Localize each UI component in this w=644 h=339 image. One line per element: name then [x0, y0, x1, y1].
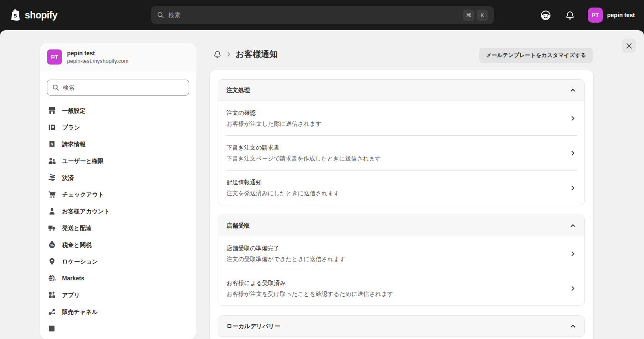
chevron-right-icon	[570, 285, 576, 292]
chevron-up-icon	[570, 223, 576, 229]
store-header[interactable]: PT pepin test pepin-test.myshopify.com	[40, 43, 196, 71]
search-icon	[52, 84, 60, 91]
sidebar-item-users-permissions[interactable]: ユーザーと権限	[44, 153, 192, 169]
sidebar-item-apps[interactable]: アプリ	[44, 287, 192, 303]
sales-channels-icon	[48, 308, 56, 316]
store-name: pepin test	[67, 50, 128, 57]
section-header[interactable]: 店舗受取	[218, 215, 584, 236]
cmd-key: ⌘	[463, 10, 474, 21]
avatar: PT	[588, 8, 603, 23]
shipping-delivery-icon	[48, 224, 56, 232]
topbar-right: PT pepin test	[539, 0, 635, 30]
breadcrumb-chevron-icon	[226, 52, 231, 57]
checkout-icon	[48, 190, 56, 199]
breadcrumb: お客様通知	[213, 49, 278, 60]
store-icon	[48, 106, 56, 115]
chevron-up-icon	[570, 323, 576, 329]
section-items: 注文の確認 お客様が注文した際に送信されます 下書き注文の請求書 下書き注文ペー…	[218, 101, 584, 205]
section-title: 店舗受取	[226, 221, 250, 230]
sidebar-item-checkout[interactable]: チェックアウト	[44, 186, 192, 203]
clipped-partial-icon	[48, 324, 56, 333]
notification-section: ローカルデリバリー	[218, 315, 585, 337]
sidebar-item-plan[interactable]: プラン	[44, 119, 192, 136]
notification-description: 注文の受取準備ができたときに送信されます	[226, 255, 570, 263]
sidekick-icon[interactable]	[539, 8, 553, 22]
shopify-logo[interactable]: S shopify	[11, 0, 57, 30]
svg-text:S: S	[13, 13, 17, 19]
notification-item[interactable]: 下書き注文の請求書 下書き注文ページで請求書を作成したときに送信されます	[218, 136, 584, 170]
notification-description: 注文を発送済みにしたときに送信されます	[226, 189, 570, 197]
notification-description: お客様が注文を受け取ったことを確認するために送信されます	[226, 290, 570, 298]
global-search-input[interactable]	[169, 12, 459, 18]
sidebar-item-clipped-partial[interactable]	[44, 320, 192, 337]
user-name: pepin test	[607, 12, 635, 18]
sidebar-item-locations[interactable]: ロケーション	[44, 253, 192, 270]
user-menu[interactable]: PT pepin test	[588, 8, 635, 23]
notifications-bell-icon[interactable]	[564, 8, 577, 22]
chevron-right-icon	[570, 150, 576, 156]
sidebar-item-customer-accounts[interactable]: お客様アカウント	[44, 203, 192, 220]
sidebar-item-shipping-delivery[interactable]: 発送と配達	[44, 220, 192, 236]
svg-text:$: $	[53, 278, 55, 282]
store-avatar: PT	[47, 49, 62, 65]
shopify-wordmark: shopify	[25, 10, 57, 21]
chevron-right-icon	[570, 185, 576, 191]
sidebar-item-payments[interactable]: 決済	[44, 169, 192, 186]
bell-icon[interactable]	[213, 50, 222, 59]
k-key: K	[477, 10, 488, 21]
sidebar-item-markets[interactable]: $ Markets	[44, 270, 192, 287]
notification-title: お客様による受取済み	[226, 279, 570, 287]
notification-title: 注文の確認	[226, 109, 570, 117]
notification-title: 配送情報通知	[226, 178, 570, 186]
settings-modal: PT pepin test pepin-test.myshopify.com 一…	[0, 30, 644, 339]
chevron-up-icon	[570, 87, 576, 93]
settings-sidebar: PT pepin test pepin-test.myshopify.com 一…	[40, 43, 196, 339]
notifications-card: 注文処理 注文の確認 お客様が注文した際に送信されます 下書き注文の請求書 下書…	[210, 70, 593, 339]
notification-item[interactable]: お客様による受取済み お客様が注文を受け取ったことを確認するために送信されます	[218, 271, 584, 305]
markets-icon: $	[48, 274, 56, 282]
shopify-bag-icon: S	[11, 9, 22, 21]
svg-text:$: $	[51, 142, 53, 146]
sidebar-item-taxes-duties[interactable]: % 税金と関税	[44, 236, 192, 253]
notification-description: 下書き注文ページで請求書を作成したときに送信されます	[226, 154, 570, 163]
keyboard-shortcut: ⌘ K	[463, 10, 488, 21]
notification-title: 店舗受取の準備完了	[226, 244, 570, 252]
notification-title: 下書き注文の請求書	[226, 143, 570, 152]
chevron-right-icon	[570, 251, 576, 257]
billing-icon: $	[48, 140, 56, 148]
taxes-duties-icon: %	[48, 241, 56, 249]
page-title: お客様通知	[236, 49, 278, 60]
section-items: 店舗受取の準備完了 注文の受取準備ができたときに送信されます お客様による受取済…	[218, 236, 584, 305]
locations-icon	[48, 257, 56, 266]
section-title: 注文処理	[226, 86, 250, 94]
sidebar-item-store[interactable]: 一般設定	[44, 102, 192, 119]
section-header[interactable]: 注文処理	[218, 80, 584, 101]
plan-icon	[48, 123, 56, 132]
topbar: S shopify ⌘ K	[0, 0, 644, 30]
customer-accounts-icon	[48, 207, 56, 215]
section-title: ローカルデリバリー	[226, 322, 280, 330]
notification-item[interactable]: 注文の確認 お客様が注文した際に送信されます	[218, 101, 584, 135]
notification-item[interactable]: 配送情報通知 注文を発送済みにしたときに送信されます	[218, 171, 584, 205]
sidebar-item-billing[interactable]: $ 請求情報	[44, 136, 192, 153]
sidebar-item-sales-channels[interactable]: 販売チャネル	[44, 303, 192, 320]
notification-description: お客様が注文した際に送信されます	[226, 119, 570, 128]
svg-text:%: %	[50, 243, 54, 247]
customize-email-templates-button[interactable]: メールテンプレートをカスタマイズする	[479, 48, 593, 63]
section-header[interactable]: ローカルデリバリー	[218, 316, 584, 337]
notification-section: 注文処理 注文の確認 お客様が注文した際に送信されます 下書き注文の請求書 下書…	[218, 79, 585, 205]
close-icon[interactable]	[622, 39, 636, 53]
settings-search[interactable]	[47, 80, 189, 96]
settings-search-input[interactable]	[63, 84, 184, 91]
search-icon	[157, 11, 164, 19]
store-domain: pepin-test.myshopify.com	[67, 58, 128, 64]
users-permissions-icon	[48, 157, 56, 165]
apps-icon	[48, 291, 56, 299]
global-search[interactable]: ⌘ K	[151, 6, 494, 24]
sidebar-nav: 一般設定 プラン $ 請求情報 ユーザーと権限 決済 チェックアウト お客様アカ…	[40, 101, 196, 337]
notification-section: 店舗受取 店舗受取の準備完了 注文の受取準備ができたときに送信されます お客様に…	[218, 215, 585, 306]
payments-icon	[48, 173, 56, 182]
notification-item[interactable]: 店舗受取の準備完了 注文の受取準備ができたときに送信されます	[218, 236, 584, 271]
chevron-right-icon	[570, 115, 576, 122]
